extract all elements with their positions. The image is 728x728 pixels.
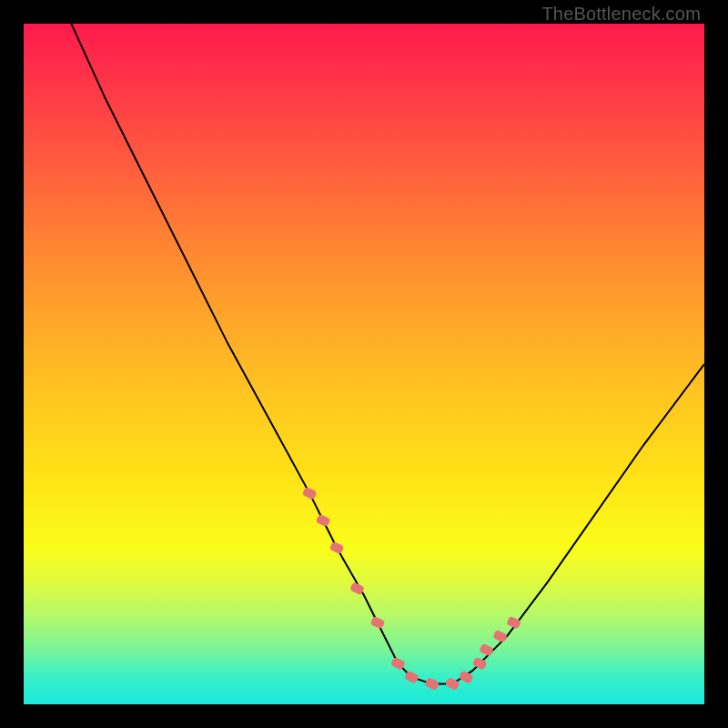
marker-point: [492, 630, 508, 643]
curve-line: [71, 24, 704, 684]
curve-path: [71, 24, 704, 684]
marker-point: [506, 616, 521, 630]
marker-point: [445, 677, 460, 691]
marker-point: [424, 677, 440, 691]
curve-markers: [302, 487, 521, 691]
attribution-text: TheBottleneck.com: [541, 4, 701, 25]
marker-point: [302, 487, 318, 500]
marker-point: [329, 541, 345, 555]
chart-frame: [24, 24, 704, 704]
bottleneck-curve-svg: [24, 24, 704, 704]
marker-point: [316, 514, 331, 528]
marker-point: [459, 671, 474, 684]
marker-point: [370, 616, 386, 630]
marker-point: [479, 643, 494, 657]
